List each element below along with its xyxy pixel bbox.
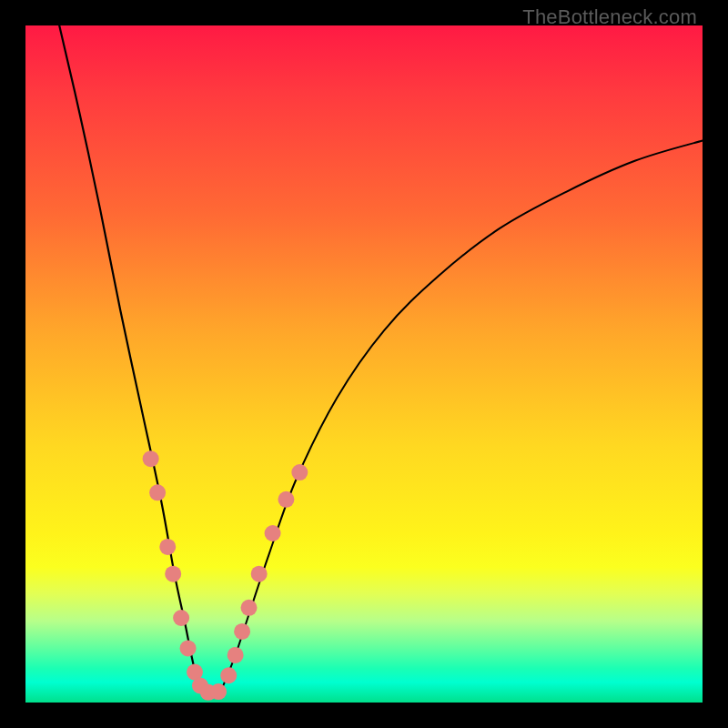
marker-dot: [251, 566, 268, 582]
marker-dot: [228, 647, 244, 663]
marker-dot: [220, 667, 237, 683]
marker-dot: [173, 610, 189, 626]
marker-dot: [149, 484, 166, 500]
chart-area: [25, 25, 703, 703]
marker-dot: [234, 623, 250, 640]
marker-dot: [143, 450, 159, 467]
chart-svg: [25, 25, 703, 703]
markers-group: [143, 450, 308, 701]
marker-dot: [210, 683, 227, 700]
marker-dot: [291, 464, 308, 480]
marker-dot: [265, 525, 281, 541]
curve-right-curve: [222, 140, 703, 689]
curve-left-curve: [59, 25, 203, 693]
marker-dot: [159, 539, 176, 555]
curves-group: [59, 25, 703, 695]
marker-dot: [241, 600, 258, 616]
watermark-text: TheBottleneck.com: [522, 5, 697, 29]
marker-dot: [165, 566, 181, 582]
marker-dot: [180, 640, 197, 656]
marker-dot: [278, 491, 294, 508]
